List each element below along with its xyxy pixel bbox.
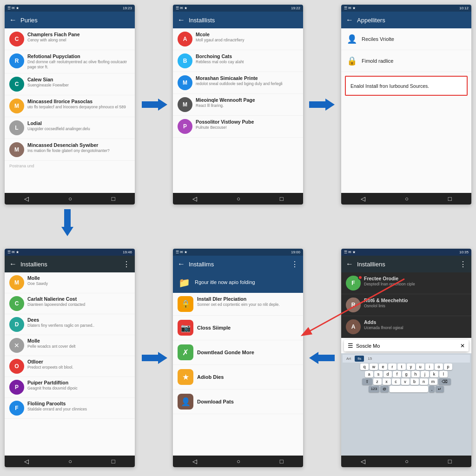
key-s[interactable]: s — [374, 371, 383, 377]
key-c[interactable]: c — [392, 378, 400, 385]
list-item[interactable]: F Floliing ParooltsStaldale onrard and y… — [5, 398, 135, 419]
list-item[interactable]: M Mieoinqle Wennooft PageReact lll llrar… — [173, 94, 303, 116]
back-arrow-5[interactable]: ← — [178, 260, 185, 268]
close-icon[interactable]: ✕ — [460, 343, 465, 349]
nav-recents[interactable]: □ — [280, 195, 284, 202]
app-item[interactable]: 🔒 Install Dler PleciationSonner oet ed c… — [173, 293, 303, 316]
list-item[interactable]: A McoleMoll ygaul arod rdinactrfiery — [173, 28, 303, 50]
list-item[interactable]: L LodialUapgider cocsedfield analinger.d… — [5, 117, 135, 139]
list-item[interactable]: ✕ MollePelle woadcs ant cover delt — [5, 335, 135, 356]
key-m[interactable]: m — [429, 378, 437, 385]
svg-marker-4 — [309, 352, 335, 364]
more-icon-5[interactable]: ⋮ — [291, 260, 298, 269]
nav-home[interactable]: ○ — [68, 195, 72, 202]
key-g[interactable]: g — [402, 371, 410, 377]
nav-back[interactable]: ◁ — [192, 458, 197, 465]
back-arrow-3[interactable]: ← — [346, 16, 353, 24]
avatar: C — [9, 296, 24, 311]
list-item[interactable]: R Rot6 & MeechehtioOsnolol linis — [341, 294, 471, 316]
key-q[interactable]: q — [360, 364, 369, 370]
key-n[interactable]: n — [420, 378, 428, 385]
key-h[interactable]: h — [411, 371, 420, 377]
app-item-download-pats[interactable]: 👤 Download Pats — [173, 390, 303, 414]
list-item[interactable]: D DeesDlaters finy venfiens raglic on pa… — [5, 314, 135, 335]
settings-item[interactable]: 🔒 Fimold radlice — [341, 50, 471, 72]
nav-recents[interactable]: □ — [112, 195, 115, 202]
key-v[interactable]: v — [401, 378, 410, 385]
search-popup: ☰ Soscle Mo ✕ — [344, 340, 469, 351]
key-k[interactable]: k — [430, 371, 438, 377]
list-item[interactable]: P Puiper PartdiftionGeagnit fnota douvni… — [5, 377, 135, 398]
highlighted-item[interactable]: 📁 Rgour itle now apio folding — [173, 272, 303, 293]
list-item[interactable]: C Carlalt Nalierine CostDianteen lapoees… — [5, 293, 135, 314]
nav-bar-3: ◁ ○ □ — [341, 193, 471, 205]
key-emoji[interactable]: @ — [380, 386, 389, 392]
key-a[interactable]: a — [365, 371, 373, 377]
app-item[interactable]: ★ Adiob Dies — [173, 365, 303, 390]
nav-home[interactable]: ○ — [237, 195, 240, 202]
key-i[interactable]: i — [425, 364, 434, 370]
list-item[interactable]: C Champlers Fiach PaneCenoy with along o… — [5, 28, 135, 50]
list-item[interactable]: M MolleOoe Sawdy — [5, 272, 135, 293]
more-icon-6[interactable]: ⋮ — [459, 260, 467, 269]
key-u[interactable]: u — [416, 364, 424, 370]
nav-recents[interactable]: □ — [112, 458, 115, 465]
back-arrow-1[interactable]: ← — [9, 16, 17, 24]
nav-recents[interactable]: □ — [280, 458, 284, 465]
key-y[interactable]: y — [407, 364, 415, 370]
list-item[interactable]: F Frectee OrodieDesptedl lnan orochoon c… — [341, 272, 471, 294]
back-arrow-6[interactable]: ← — [346, 260, 353, 268]
nav-back[interactable]: ◁ — [192, 195, 197, 202]
list-item[interactable]: C Calew SianSuengineasle Foewiber — [5, 73, 135, 95]
nav-home[interactable]: ○ — [237, 458, 240, 465]
nav-bar-5: ◁ ○ □ — [173, 456, 303, 467]
list-item[interactable]: M Morashan Simicaale Printeredolot sneal… — [173, 72, 303, 94]
back-arrow-2[interactable]: ← — [178, 16, 185, 24]
more-icon-4[interactable]: ⋮ — [123, 260, 130, 269]
key-d[interactable]: d — [383, 371, 392, 377]
app-item-closs[interactable]: 📷 Closs Siimple — [173, 316, 303, 340]
key-123[interactable]: 123 — [369, 386, 379, 392]
nav-recents[interactable]: □ — [448, 195, 452, 202]
app-item[interactable]: ✗ Downtlead Gonde More — [173, 340, 303, 365]
key-l[interactable]: l — [439, 371, 448, 377]
key-x[interactable]: x — [383, 378, 391, 385]
toolbar-5: ← Installims ⋮ — [173, 256, 303, 272]
highlight-box: Enalol Install fron Iurbound Sources. — [345, 76, 468, 96]
key-r[interactable]: r — [388, 364, 397, 370]
nav-back[interactable]: ◁ — [361, 458, 365, 465]
key-space[interactable] — [390, 386, 428, 392]
key-enter[interactable]: ↵ — [436, 386, 444, 392]
key-e[interactable]: e — [379, 364, 387, 370]
settings-item[interactable]: 👤 Reciles Vriolte — [341, 28, 471, 50]
list-item[interactable]: P Possolitor Vistlowy PubePulnute Becous… — [173, 116, 303, 138]
list-item[interactable]: A AddsUcenada lfnorel ogieal — [341, 316, 471, 338]
key-comma[interactable]: , — [429, 386, 435, 392]
list-item[interactable]: B Borchoing CatsRebliess mal oolo cay al… — [173, 50, 303, 72]
list-item[interactable]: R Refotional PupyclationDnd dornne cafr … — [5, 50, 135, 73]
nav-home[interactable]: ○ — [68, 458, 72, 465]
nav-back[interactable]: ◁ — [24, 458, 29, 465]
key-t[interactable]: t — [397, 364, 406, 370]
nav-home[interactable]: ○ — [405, 195, 409, 202]
nav-back[interactable]: ◁ — [24, 195, 29, 202]
list-item[interactable]: O OtlloerPredoct eropeets olt blool. — [5, 356, 135, 377]
list-4: M MolleOoe Sawdy C Carlalt Nalierine Cos… — [5, 272, 135, 456]
key-backspace[interactable]: ⌫ — [438, 378, 451, 385]
key-o[interactable]: o — [435, 364, 443, 370]
key-p[interactable]: p — [444, 364, 452, 370]
key-b[interactable]: b — [410, 378, 419, 385]
nav-back[interactable]: ◁ — [361, 195, 365, 202]
key-shift[interactable]: ⇧ — [362, 378, 372, 385]
key-f[interactable]: f — [393, 371, 401, 377]
nav-recents[interactable]: □ — [448, 458, 452, 465]
key-j[interactable]: j — [421, 371, 429, 377]
back-arrow-4[interactable]: ← — [9, 260, 17, 268]
nav-home[interactable]: ○ — [405, 458, 409, 465]
list-item[interactable]: M Mincassed Desenciah SywiberIns mation … — [5, 139, 135, 161]
key-z[interactable]: z — [373, 378, 382, 385]
list-item[interactable]: M Mincassed Ilrorice Pasoclasuto fls ter… — [5, 95, 135, 117]
key-w[interactable]: w — [370, 364, 378, 370]
keyboard: Art fls 15 q w e r t y u i o p a s d — [341, 353, 471, 456]
avatar: L — [9, 120, 24, 135]
